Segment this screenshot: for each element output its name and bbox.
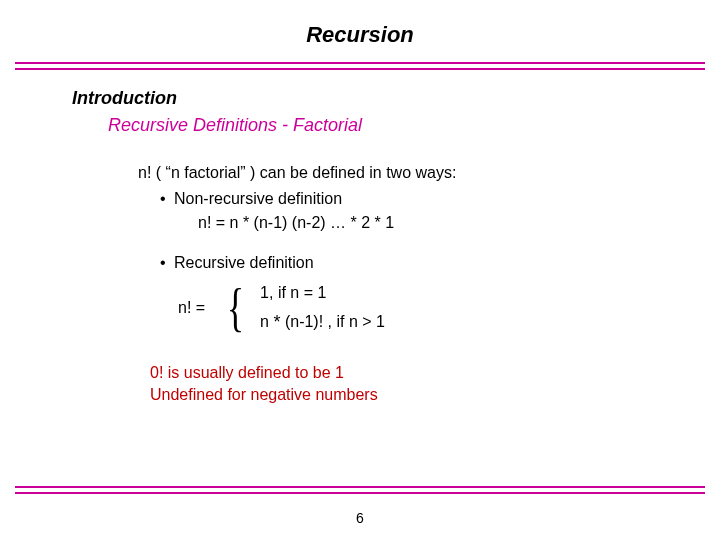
- bullet-recursive: • Recursive definition: [160, 254, 720, 272]
- bullet-icon: •: [160, 254, 174, 272]
- title-rule: [15, 62, 705, 70]
- intro-line: n! ( “n factorial” ) can be defined in t…: [138, 164, 720, 182]
- note-negative: Undefined for negative numbers: [150, 386, 720, 404]
- piecewise-lhs: n! =: [178, 299, 205, 317]
- case2-post: (n-1)! , if n > 1: [280, 313, 384, 330]
- slide: Recursion Introduction Recursive Definit…: [0, 0, 720, 540]
- bullet-recursive-label: Recursive definition: [174, 254, 314, 272]
- case2-pre: n: [260, 313, 273, 330]
- subheading: Recursive Definitions - Factorial: [108, 115, 720, 136]
- piecewise-cases: 1, if n = 1 n * (n-1)! , if n > 1: [260, 284, 385, 333]
- piecewise-case-2: n * (n-1)! , if n > 1: [260, 312, 385, 333]
- footer-rule: [15, 486, 705, 494]
- note-zero-factorial: 0! is usually defined to be 1: [150, 364, 720, 382]
- brace-icon: {: [227, 282, 244, 334]
- footer-rule-wrap: [0, 486, 720, 494]
- bullet-icon: •: [160, 190, 174, 208]
- slide-title: Recursion: [0, 0, 720, 62]
- page-number: 6: [0, 510, 720, 526]
- bullet-nonrecursive-label: Non-recursive definition: [174, 190, 342, 208]
- piecewise-case-1: 1, if n = 1: [260, 284, 385, 302]
- nonrecursive-formula: n! = n * (n-1) (n-2) … * 2 * 1: [198, 214, 720, 232]
- section-heading: Introduction: [72, 88, 720, 109]
- bullet-nonrecursive: • Non-recursive definition: [160, 190, 720, 208]
- piecewise-definition: n! = { 1, if n = 1 n * (n-1)! , if n > 1: [178, 282, 720, 334]
